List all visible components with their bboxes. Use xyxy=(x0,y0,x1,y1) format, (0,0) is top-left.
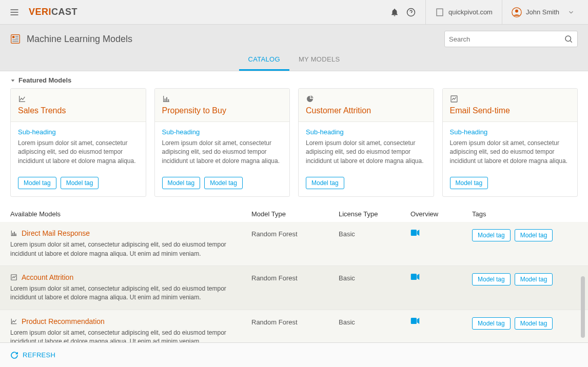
trend-icon xyxy=(450,95,571,103)
search-input[interactable] xyxy=(449,35,564,43)
card-description: Lorem ipsum dolor sit amet, consectetur … xyxy=(18,139,139,166)
scrollbar[interactable] xyxy=(581,276,585,338)
svg-rect-29 xyxy=(163,101,169,102)
col-header-license: License Type xyxy=(339,210,410,218)
svg-rect-22 xyxy=(12,41,18,42)
search-container[interactable] xyxy=(444,31,578,47)
trend-icon xyxy=(10,274,17,281)
bar-chart-icon xyxy=(10,230,17,237)
svg-rect-32 xyxy=(168,99,169,101)
svg-marker-40 xyxy=(417,230,420,236)
card-title: Email Send-time xyxy=(450,106,571,115)
model-tag[interactable]: Model tag xyxy=(472,273,511,286)
svg-point-23 xyxy=(565,36,571,42)
card-title: Propensity to Buy xyxy=(162,106,283,115)
model-tag[interactable]: Model tag xyxy=(61,177,99,189)
model-tag[interactable]: Model tag xyxy=(472,229,511,241)
svg-rect-36 xyxy=(12,233,13,236)
model-tag[interactable]: Model tag xyxy=(162,177,201,189)
brand-logo-left: VERI xyxy=(29,7,51,17)
row-title: Account Attrition xyxy=(10,273,251,281)
row-overview-video[interactable] xyxy=(410,317,467,324)
pie-chart-icon xyxy=(306,95,426,103)
svg-rect-21 xyxy=(12,39,18,40)
building-icon xyxy=(435,8,444,17)
svg-rect-19 xyxy=(15,36,18,37)
notifications-button[interactable] xyxy=(388,6,401,18)
ml-page-icon xyxy=(10,34,21,44)
svg-rect-35 xyxy=(11,235,17,236)
row-title: Direct Mail Response xyxy=(10,229,251,237)
featured-card[interactable]: Sales Trends Sub-heading Lorem ipsum dol… xyxy=(10,88,146,197)
card-subheading: Sub-heading xyxy=(306,128,426,136)
domain-switcher[interactable]: quickpivot.com xyxy=(426,0,502,25)
svg-rect-34 xyxy=(11,231,12,236)
row-overview-video[interactable] xyxy=(410,229,467,236)
user-name: John Smith xyxy=(526,8,559,16)
brand-logo-right: CAST xyxy=(51,7,77,17)
row-license-type: Basic xyxy=(339,229,410,238)
svg-rect-5 xyxy=(437,9,443,16)
row-license-type: Basic xyxy=(339,273,410,282)
page-title: Machine Learning Models xyxy=(27,34,132,45)
col-header-available: Available Models xyxy=(10,210,251,218)
user-menu[interactable]: John Smith xyxy=(502,0,584,25)
svg-rect-45 xyxy=(11,323,17,324)
model-tag[interactable]: Model tag xyxy=(18,177,56,189)
svg-rect-37 xyxy=(14,232,15,235)
col-header-type: Model Type xyxy=(251,210,339,218)
refresh-label: Refresh xyxy=(23,351,55,359)
featured-card[interactable]: Customer Attrition Sub-heading Lorem ips… xyxy=(298,88,434,197)
svg-rect-30 xyxy=(164,98,165,101)
featured-toggle[interactable]: Featured Models xyxy=(0,71,588,88)
featured-card[interactable]: Email Send-time Sub-heading Lorem ipsum … xyxy=(442,88,578,197)
chevron-down-icon xyxy=(567,9,575,16)
table-row[interactable]: Direct Mail Response Lorem ipsum dolor s… xyxy=(0,222,588,266)
featured-header-text: Featured Models xyxy=(18,76,71,84)
table-row[interactable]: Product Recommendation Lorem ipsum dolor… xyxy=(0,310,588,342)
svg-rect-18 xyxy=(12,36,14,38)
col-header-tags: Tags xyxy=(467,210,578,218)
card-description: Lorem ipsum dolor sit amet, consectetur … xyxy=(450,139,571,166)
svg-rect-39 xyxy=(411,230,417,236)
svg-rect-44 xyxy=(11,318,12,324)
svg-point-16 xyxy=(515,9,518,12)
svg-rect-26 xyxy=(19,96,19,102)
svg-rect-42 xyxy=(411,274,417,280)
svg-rect-31 xyxy=(166,97,167,101)
menu-icon xyxy=(9,7,19,17)
model-tag[interactable]: Model tag xyxy=(515,229,553,241)
row-overview-video[interactable] xyxy=(410,273,467,280)
help-button[interactable] xyxy=(405,6,417,18)
model-tag[interactable]: Model tag xyxy=(450,177,488,189)
tab-catalog[interactable]: Catalog xyxy=(239,49,289,71)
table-row[interactable]: Account Attrition Lorem ipsum dolor sit … xyxy=(0,266,588,310)
model-tag[interactable]: Model tag xyxy=(204,177,243,189)
card-subheading: Sub-heading xyxy=(162,128,283,136)
svg-marker-43 xyxy=(417,274,420,280)
hamburger-menu[interactable] xyxy=(4,0,25,25)
refresh-button[interactable]: Refresh xyxy=(10,351,55,359)
svg-marker-47 xyxy=(417,318,420,324)
model-tag[interactable]: Model tag xyxy=(515,273,553,286)
row-license-type: Basic xyxy=(339,317,410,326)
refresh-icon xyxy=(10,351,18,359)
row-model-type: Random Forest xyxy=(251,273,339,282)
bar-chart-icon xyxy=(162,95,283,103)
search-icon xyxy=(564,34,573,44)
brand-logo: VERICAST xyxy=(29,7,77,17)
card-subheading: Sub-heading xyxy=(450,128,571,136)
model-tag[interactable]: Model tag xyxy=(306,177,344,189)
svg-rect-38 xyxy=(15,234,16,236)
card-subheading: Sub-heading xyxy=(18,128,139,136)
svg-rect-27 xyxy=(19,101,25,102)
svg-rect-28 xyxy=(163,96,164,102)
model-tag[interactable]: Model tag xyxy=(515,317,553,330)
model-tag[interactable]: Model tag xyxy=(472,317,511,330)
line-chart-icon xyxy=(18,95,139,103)
user-avatar-icon xyxy=(512,7,522,17)
tab-my-models[interactable]: My Models xyxy=(289,49,349,71)
line-chart-icon xyxy=(10,318,17,325)
featured-card[interactable]: Propensity to Buy Sub-heading Lorem ipsu… xyxy=(154,88,290,197)
bell-icon xyxy=(390,8,399,17)
